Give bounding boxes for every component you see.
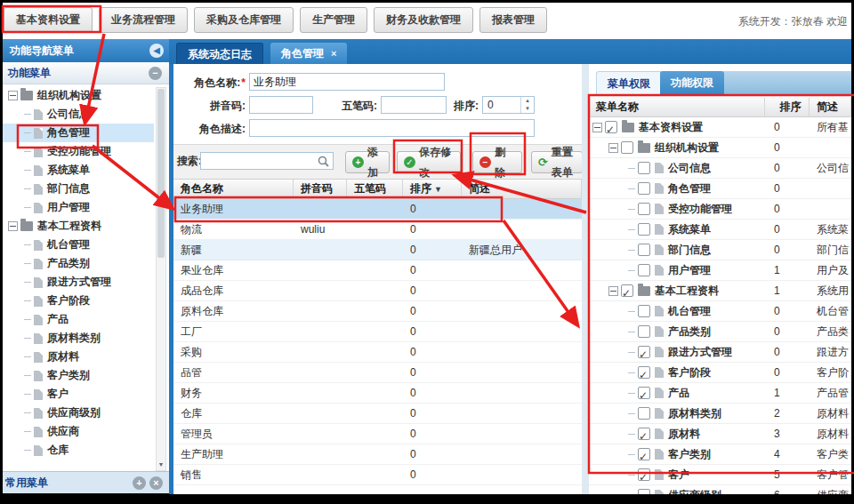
checkbox-unchecked[interactable] xyxy=(638,489,650,494)
sidebar-item-10[interactable]: 产品类别 xyxy=(3,254,154,273)
checkbox-checked[interactable] xyxy=(621,284,633,297)
checkbox-checked[interactable] xyxy=(638,428,650,440)
table-row-12[interactable]: 管理员0 xyxy=(173,424,582,444)
table-row-5[interactable]: 成品仓库0 xyxy=(173,281,582,301)
permission-row-1[interactable]: 基本资料设置0所有基 xyxy=(589,117,851,138)
sidebar-item-14[interactable]: 原材料类别 xyxy=(3,329,154,348)
permission-row-8[interactable]: 用户管理1用户及 xyxy=(589,260,851,281)
tree-expander-icon[interactable] xyxy=(592,123,602,132)
sidebar-item-7[interactable]: 用户管理 xyxy=(3,198,154,217)
order-spinner[interactable]: 0 ▲▼ xyxy=(482,96,535,114)
table-row-9[interactable]: 品管0 xyxy=(173,363,582,383)
permission-row-12[interactable]: 跟进方式管理0跟进方 xyxy=(589,342,851,363)
menu-item-5[interactable]: 财务及收款管理 xyxy=(374,7,473,33)
table-row-1[interactable]: 业务助理0 xyxy=(173,199,582,220)
column-header-2[interactable]: 拼音码 xyxy=(294,180,347,199)
tree-expander-icon[interactable] xyxy=(608,286,618,296)
search-input[interactable] xyxy=(200,152,334,170)
panel-splitter[interactable] xyxy=(582,64,589,494)
perm-tab-功能权限[interactable]: 功能权限 xyxy=(660,71,724,94)
checkbox-checked[interactable] xyxy=(638,387,650,399)
collapse-left-icon[interactable]: ◀ xyxy=(149,44,164,58)
table-row-7[interactable]: 工厂0 xyxy=(173,322,582,342)
permission-row-10[interactable]: 机台管理0机台管 xyxy=(589,301,851,322)
button-check[interactable]: ✓保存修改 xyxy=(397,151,461,173)
permission-row-11[interactable]: 产品类别0产品类 xyxy=(589,322,851,342)
column-header-3[interactable]: 五笔码 xyxy=(347,180,403,199)
checkbox-checked[interactable] xyxy=(638,448,650,460)
checkbox-checked[interactable] xyxy=(638,346,650,358)
menu-item-1[interactable]: 基本资料设置 xyxy=(4,7,93,33)
checkbox-unchecked[interactable] xyxy=(638,162,650,174)
permission-row-2[interactable]: 组织机构设置0 xyxy=(589,138,851,158)
table-row-3[interactable]: 新疆0新疆总用户 xyxy=(173,240,582,260)
checkbox-unchecked[interactable] xyxy=(638,407,650,420)
collapse-minus-icon[interactable]: − xyxy=(149,67,162,80)
tab-角色管理[interactable]: 角色管理× xyxy=(270,43,347,64)
table-row-2[interactable]: 物流wuliu0 xyxy=(173,220,582,240)
scrollbar-thumb[interactable] xyxy=(157,89,165,258)
permission-row-19[interactable]: 供应商级别6供应商 xyxy=(589,485,851,494)
table-row-11[interactable]: 仓库0 xyxy=(173,404,582,424)
checkbox-unchecked[interactable] xyxy=(638,223,650,236)
sidebar-item-12[interactable]: 客户阶段 xyxy=(3,292,154,310)
table-row-13[interactable]: 生产助理0 xyxy=(173,444,582,465)
checkbox-unchecked[interactable] xyxy=(638,325,650,338)
role-desc-input[interactable] xyxy=(249,119,535,137)
permission-row-16[interactable]: 原材料3原材料 xyxy=(589,424,851,444)
sidebar-item-8[interactable]: 基本工程资料 xyxy=(3,217,154,236)
menu-item-4[interactable]: 生产管理 xyxy=(300,7,367,33)
permission-row-4[interactable]: 角色管理0 xyxy=(589,179,851,199)
permission-row-14[interactable]: 产品1产品管 xyxy=(589,383,851,404)
permission-row-9[interactable]: 基本工程资料1系统用 xyxy=(589,281,851,301)
sidebar-item-11[interactable]: 跟进方式管理 xyxy=(3,273,154,292)
sidebar-scrollbar[interactable]: ▼ xyxy=(156,87,166,471)
tree-expander-icon[interactable] xyxy=(8,221,18,231)
permission-row-13[interactable]: 客户阶段0客户阶 xyxy=(589,363,851,383)
button-refresh[interactable]: ⟳重置表单 xyxy=(531,151,583,173)
perm-column-header-1[interactable]: 菜单名称 xyxy=(589,98,765,117)
table-row-4[interactable]: 果业仓库0 xyxy=(173,260,582,281)
role-name-input[interactable] xyxy=(249,73,445,91)
checkbox-checked[interactable] xyxy=(638,468,650,481)
tree-expander-icon[interactable] xyxy=(8,91,18,100)
checkbox-unchecked[interactable] xyxy=(638,305,650,317)
table-row-8[interactable]: 采购0 xyxy=(173,342,582,363)
sidebar-item-3[interactable]: 角色管理 xyxy=(3,124,154,142)
sidebar-item-13[interactable]: 产品 xyxy=(3,310,154,329)
checkbox-unchecked[interactable] xyxy=(638,182,650,195)
sidebar-item-2[interactable]: 公司信息 xyxy=(3,105,154,124)
menu-item-6[interactable]: 报表管理 xyxy=(479,7,547,33)
tab-close-icon[interactable]: × xyxy=(331,48,336,59)
perm-column-header-2[interactable]: 排序 xyxy=(765,98,810,117)
sidebar-item-20[interactable]: 仓库 xyxy=(3,441,154,460)
perm-tab-菜单权限[interactable]: 菜单权限 xyxy=(596,71,662,94)
checkbox-unchecked[interactable] xyxy=(638,244,650,256)
column-header-4[interactable]: 排序▼ xyxy=(403,180,462,199)
scroll-down-icon[interactable]: ▼ xyxy=(157,460,165,470)
column-header-1[interactable]: 角色名称 xyxy=(173,180,294,199)
tab-系统动态日志[interactable]: 系统动态日志 xyxy=(176,43,263,64)
permission-row-6[interactable]: 系统菜单0系统菜 xyxy=(589,220,851,240)
sidebar-item-5[interactable]: 系统菜单 xyxy=(3,161,154,180)
checkbox-checked[interactable] xyxy=(638,366,650,379)
checkbox-unchecked[interactable] xyxy=(621,141,633,154)
sidebar-item-6[interactable]: 部门信息 xyxy=(3,180,154,198)
checkbox-unchecked[interactable] xyxy=(638,203,650,215)
sidebar-item-16[interactable]: 客户类别 xyxy=(3,366,154,385)
sidebar-item-17[interactable]: 客户 xyxy=(3,385,154,404)
button-plus[interactable]: +添加 xyxy=(345,151,390,173)
sidebar-item-4[interactable]: 受控功能管理 xyxy=(3,142,154,161)
checkbox-checked[interactable] xyxy=(605,121,617,133)
permission-row-5[interactable]: 受控功能管理0 xyxy=(589,199,851,220)
sidebar-item-19[interactable]: 供应商 xyxy=(3,422,154,441)
permission-row-17[interactable]: 客户类别4客户类 xyxy=(589,444,851,465)
spinner-arrows-icon[interactable]: ▲▼ xyxy=(520,97,534,113)
table-row-14[interactable]: 销售0 xyxy=(173,465,582,485)
perm-column-header-3[interactable]: 简述 xyxy=(810,98,851,117)
close-circle-icon[interactable]: × xyxy=(149,476,163,490)
menu-item-3[interactable]: 采购及仓库管理 xyxy=(194,7,294,33)
permission-row-3[interactable]: 公司信息0公司信 xyxy=(589,158,851,179)
sidebar-item-18[interactable]: 供应商级别 xyxy=(3,404,154,422)
button-minus[interactable]: −删除 xyxy=(472,151,522,173)
